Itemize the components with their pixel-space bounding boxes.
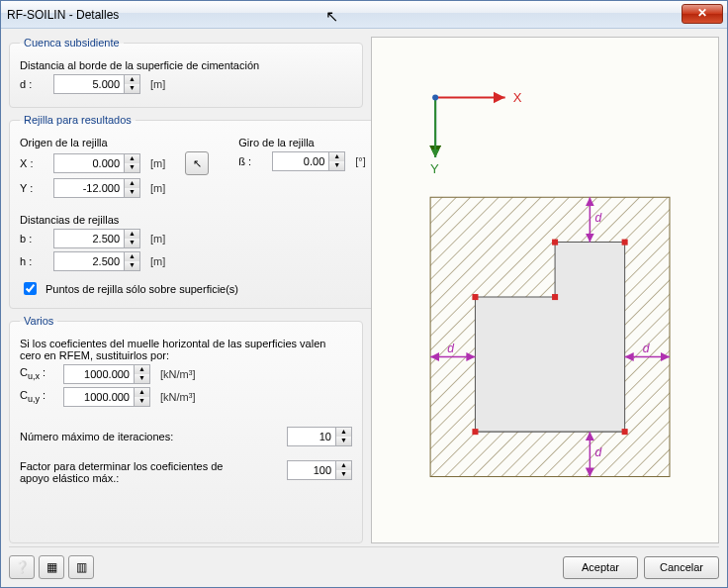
label-cuy: Cu,y : [20, 389, 57, 404]
unit-h: [m] [150, 255, 165, 267]
label-distancia: Distancia al borde de la superficie de c… [20, 59, 259, 71]
pick-point-button[interactable]: ↖ [185, 151, 209, 175]
checkbox-puntos-superficie[interactable] [24, 282, 37, 295]
input-h[interactable] [53, 251, 125, 271]
input-x[interactable] [53, 153, 125, 173]
axis-x-label: X [513, 90, 522, 105]
input-cux[interactable] [63, 364, 135, 384]
svg-rect-10 [622, 240, 628, 245]
label-distancias: Distancias de rejillas [20, 214, 119, 226]
svg-point-5 [432, 94, 438, 100]
spin-h[interactable]: ▲▼ [125, 251, 140, 271]
label-y: Y : [20, 182, 47, 194]
settings-export-button[interactable]: ▦ [39, 555, 64, 579]
diagram-svg: X Y [372, 38, 718, 542]
label-giro: Giro de la rejilla [238, 137, 314, 148]
unit-x: [m] [150, 157, 165, 169]
accept-button[interactable]: Aceptar [563, 556, 638, 579]
unit-b: [m] [150, 233, 165, 245]
help-button[interactable]: ❔ [9, 555, 35, 579]
settings-import-button[interactable]: ▥ [68, 555, 94, 579]
close-button[interactable] [682, 4, 723, 24]
input-b[interactable] [53, 229, 125, 248]
input-beta[interactable] [272, 151, 329, 171]
mouse-cursor-icon: ↖ [325, 7, 338, 26]
spin-d[interactable]: ▲▼ [125, 74, 140, 94]
label-x: X : [20, 157, 47, 169]
svg-rect-9 [552, 240, 558, 245]
axis-y-label: Y [430, 161, 439, 176]
label-factor: Factor para determinar los coeficientes … [20, 460, 237, 484]
input-d[interactable] [53, 74, 125, 94]
unit-cux: [kN/m³] [160, 368, 195, 380]
legend-cuenca: Cuenca subsidiente [20, 37, 124, 49]
titlebar: RF-SOILIN - Detalles ↖ [1, 1, 727, 29]
label-iter: Número máximo de iteraciones: [20, 431, 173, 442]
input-cuy[interactable] [63, 387, 135, 407]
spin-beta[interactable]: ▲▼ [329, 151, 345, 171]
preview-panel: X Y [371, 37, 719, 543]
label-d: d : [20, 78, 47, 90]
label-cux: Cu,x : [20, 366, 57, 381]
label-checkbox: Puntos de rejilla sólo sobre superficie(… [46, 283, 238, 295]
legend-rejilla: Rejilla para resultados [20, 114, 136, 126]
svg-rect-8 [552, 294, 558, 300]
window-title: RF-SOILIN - Detalles [7, 8, 119, 22]
svg-rect-12 [472, 429, 478, 435]
svg-marker-4 [431, 149, 439, 157]
spin-b[interactable]: ▲▼ [125, 229, 140, 248]
spin-cux[interactable]: ▲▼ [135, 364, 150, 384]
input-iter[interactable] [287, 427, 336, 446]
svg-rect-11 [622, 429, 628, 435]
label-origen: Origen de la rejilla [20, 137, 108, 148]
label-beta: ß : [238, 155, 266, 167]
input-factor[interactable] [287, 460, 336, 480]
spin-y[interactable]: ▲▼ [125, 178, 140, 198]
label-h: h : [20, 255, 47, 267]
svg-rect-7 [472, 294, 478, 300]
group-cuenca: Cuenca subsidiente Distancia al borde de… [9, 37, 363, 108]
label-b: b : [20, 233, 47, 245]
unit-cuy: [kN/m³] [160, 391, 195, 403]
spin-x[interactable]: ▲▼ [125, 153, 140, 173]
label-intro: Si los coeficientes del muelle horizonta… [20, 338, 346, 361]
unit-beta: [°] [355, 155, 366, 167]
input-y[interactable] [53, 178, 125, 198]
spin-factor[interactable]: ▲▼ [336, 460, 352, 480]
unit-y: [m] [150, 182, 165, 194]
cancel-button[interactable]: Cancelar [644, 556, 719, 579]
unit-d: [m] [150, 78, 165, 90]
legend-varios: Varios [20, 315, 57, 327]
group-varios: Varios Si los coeficientes del muelle ho… [9, 315, 363, 543]
spin-iter[interactable]: ▲▼ [336, 427, 352, 446]
spin-cuy[interactable]: ▲▼ [135, 387, 150, 407]
group-rejilla: Rejilla para resultados Origen de la rej… [9, 114, 377, 309]
